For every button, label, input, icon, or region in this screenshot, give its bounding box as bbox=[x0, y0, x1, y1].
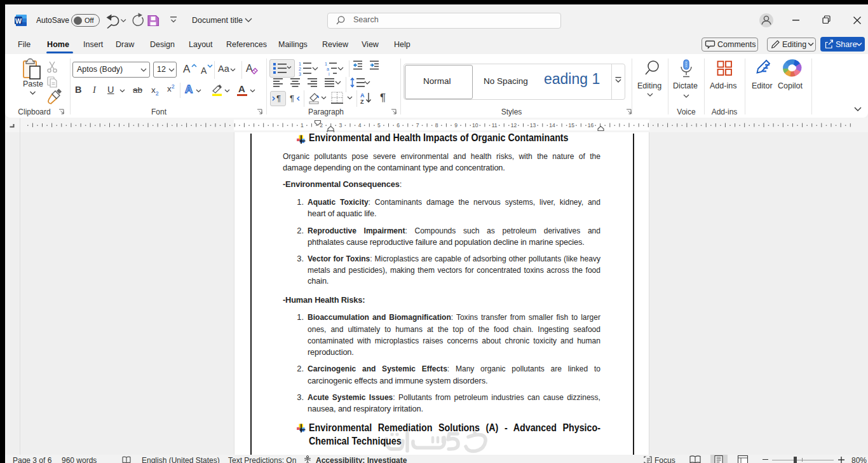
svg-text:3: 3 bbox=[339, 122, 342, 128]
svg-text:10: 10 bbox=[472, 122, 478, 128]
svg-text:11: 11 bbox=[492, 122, 498, 128]
svg-text:1: 1 bbox=[301, 122, 304, 128]
svg-text:12: 12 bbox=[511, 122, 517, 128]
svg-text:5: 5 bbox=[377, 122, 381, 128]
svg-text:8: 8 bbox=[435, 122, 438, 128]
svg-text:16: 16 bbox=[588, 122, 594, 128]
svg-text:7: 7 bbox=[416, 122, 419, 128]
svg-text:4: 4 bbox=[358, 122, 362, 128]
svg-text:13: 13 bbox=[530, 122, 536, 128]
svg-text:14: 14 bbox=[549, 122, 555, 128]
svg-text:15: 15 bbox=[568, 122, 574, 128]
svg-text:9: 9 bbox=[454, 122, 458, 128]
svg-text:6: 6 bbox=[397, 122, 400, 128]
